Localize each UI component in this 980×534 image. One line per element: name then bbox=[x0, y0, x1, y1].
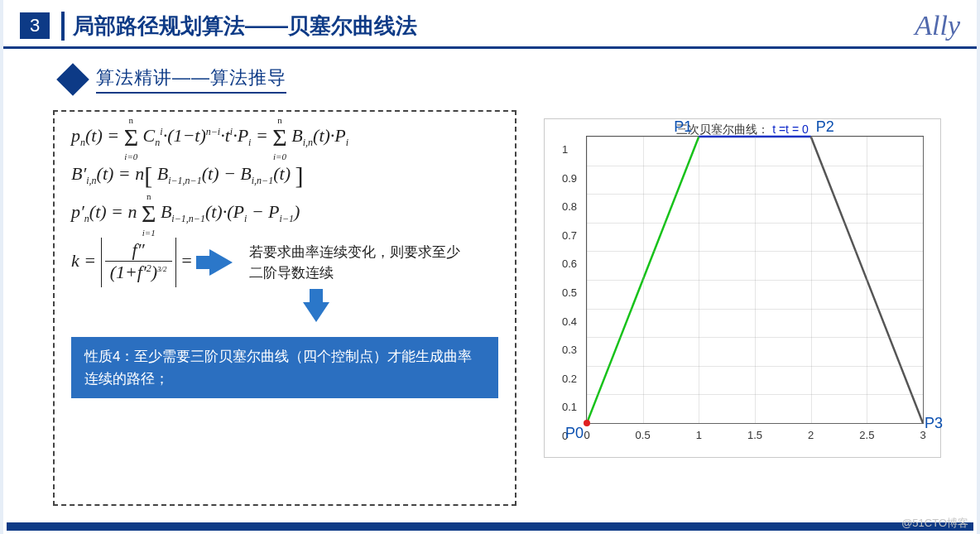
formula-pprime: p′n(t) = n Σni=1 Bi−1,n−1(t)·(Pi − Pi−1) bbox=[71, 200, 498, 228]
chapter-number: 3 bbox=[20, 12, 50, 39]
y-tick: 0.3 bbox=[562, 344, 577, 356]
y-tick: 1 bbox=[562, 143, 568, 156]
control-point-label: P0 bbox=[565, 425, 584, 442]
x-tick: 2 bbox=[808, 429, 814, 441]
chart-panel: 三次贝塞尔曲线： t =t = 0 00.511.522.5300.10.20.… bbox=[541, 110, 944, 506]
curvature-row: k = f″(1+f′2)3/2 = 若要求曲率连续变化，则要求至少二阶导数连续 bbox=[71, 238, 498, 287]
x-tick: 0.5 bbox=[636, 429, 651, 441]
formula-curvature: k = f″(1+f′2)3/2 = bbox=[71, 238, 193, 287]
y-tick: 0.2 bbox=[562, 372, 577, 384]
title-bar: 3 局部路径规划算法——贝塞尔曲线法 Ally bbox=[3, 0, 977, 49]
control-point-label: P1 bbox=[674, 118, 692, 136]
y-tick: 0.7 bbox=[562, 229, 577, 241]
formula-pn: pn(t) = Σni=0 Cni·(1−t)n−i·ti·Pi = Σni=0… bbox=[71, 123, 498, 152]
x-tick: 0 bbox=[584, 429, 589, 441]
arrow-down-icon bbox=[303, 302, 329, 322]
slide: 3 局部路径规划算法——贝塞尔曲线法 Ally 算法精讲——算法推导 pn(t)… bbox=[0, 0, 980, 534]
formula-Bprime: B′i,n(t) = n[ Bi−1,n−1(t) − Bi,n−1(t) ] bbox=[71, 161, 498, 190]
y-tick: 0.6 bbox=[562, 257, 577, 270]
control-point-label: P2 bbox=[816, 118, 834, 136]
formula-panel: pn(t) = Σni=0 Cni·(1−t)n−i·ti·Pi = Σni=0… bbox=[53, 110, 516, 506]
bezier-chart: 三次贝塞尔曲线： t =t = 0 00.511.522.5300.10.20.… bbox=[544, 118, 941, 458]
property-box: 性质4：至少需要三阶贝塞尔曲线（四个控制点）才能生成曲率连续的路径； bbox=[71, 337, 498, 398]
y-tick: 0.8 bbox=[562, 200, 577, 213]
subtitle-row: 算法精讲——算法推导 bbox=[3, 49, 977, 102]
footer-bar bbox=[7, 522, 973, 531]
diamond-icon bbox=[56, 63, 89, 96]
x-tick: 1 bbox=[696, 429, 702, 441]
x-tick: 1.5 bbox=[747, 429, 762, 441]
x-tick: 2.5 bbox=[859, 429, 874, 441]
content-area: pn(t) = Σni=0 Cni·(1−t)n−i·ti·Pi = Σni=0… bbox=[3, 102, 977, 522]
arrow-right-icon bbox=[209, 249, 233, 276]
plot-area: 00.511.522.5300.10.20.30.40.50.60.70.80.… bbox=[586, 136, 924, 424]
y-tick: 0.5 bbox=[562, 286, 577, 299]
brand-logo: Ally bbox=[915, 10, 960, 41]
current-point-marker bbox=[584, 420, 590, 426]
section-subtitle: 算法精讲——算法推导 bbox=[96, 65, 286, 94]
chapter-title: 局部路径规划算法——贝塞尔曲线法 bbox=[61, 12, 417, 41]
y-tick: 0.4 bbox=[562, 315, 577, 327]
y-tick: 0.9 bbox=[562, 171, 577, 184]
watermark: @51CTO博客 bbox=[901, 516, 968, 531]
control-point-label: P3 bbox=[925, 415, 943, 432]
curvature-note: 若要求曲率连续变化，则要求至少二阶导数连续 bbox=[249, 242, 464, 284]
y-tick: 0.1 bbox=[562, 401, 577, 413]
